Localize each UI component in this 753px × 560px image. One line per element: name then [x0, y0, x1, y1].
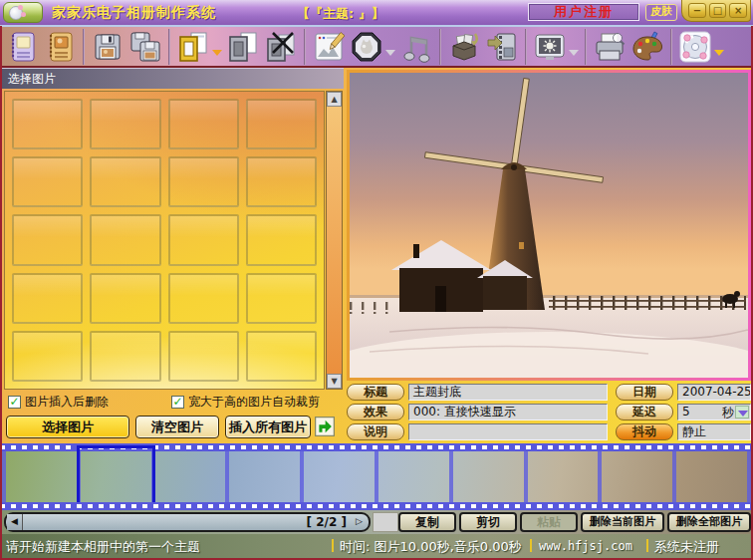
title-field-button[interactable]: 标题	[347, 384, 404, 401]
effect-field-value[interactable]: 000: 直接快速显示	[408, 404, 608, 420]
checkbox-delete-after-insert[interactable]: ✓ 图片插入后删除	[8, 394, 109, 410]
filmstrip-slot[interactable]	[453, 451, 528, 502]
music-icon[interactable]	[399, 30, 433, 64]
delete-all-images-button[interactable]: 删除全部图片	[667, 512, 751, 532]
grid-cell[interactable]	[12, 273, 83, 324]
filmstrip-slot-selected[interactable]	[81, 451, 155, 502]
checkbox-checked-icon[interactable]: ✓	[8, 396, 21, 409]
grid-cell[interactable]	[90, 331, 160, 382]
grid-cell[interactable]	[246, 331, 317, 382]
paste-button[interactable]: 粘贴	[520, 512, 578, 532]
filmstrip-slot[interactable]	[304, 451, 378, 502]
new-theme-icon[interactable]	[176, 30, 210, 64]
maximize-button[interactable]: □	[709, 3, 727, 18]
windmill-photo	[350, 73, 748, 378]
filmstrip-slot[interactable]	[676, 451, 751, 502]
app-window: 家家乐电子相册制作系统 【『主题: 』】 用户注册 皮肤 − □ ×	[0, 0, 753, 560]
new-album-icon[interactable]	[5, 30, 39, 64]
save-copies-icon[interactable]	[128, 30, 162, 64]
date-field-value[interactable]: 2007-04-25	[677, 384, 751, 401]
filmstrip-slot[interactable]	[378, 451, 453, 502]
copy-button[interactable]: 复制	[398, 512, 456, 532]
photo-frame-icon[interactable]	[350, 30, 383, 64]
scroll-left-icon[interactable]: ◀	[7, 514, 23, 530]
photo-frame-dropdown-icon[interactable]	[385, 50, 395, 56]
checkbox-checked-icon[interactable]: ✓	[171, 396, 184, 409]
clear-images-button[interactable]: 清空图片	[135, 416, 219, 438]
select-images-button[interactable]: 选择图片	[6, 416, 129, 438]
user-register-button[interactable]: 用户注册	[528, 3, 639, 21]
description-field-value[interactable]	[408, 423, 608, 440]
filmstrip-slot[interactable]	[528, 451, 603, 502]
grid-cell[interactable]	[12, 156, 83, 207]
window-title: 家家乐电子相册制作系统	[52, 4, 216, 22]
insert-all-images-button[interactable]: 插入所有图片	[225, 416, 311, 438]
scroll-up-icon[interactable]: ▲	[327, 92, 342, 107]
grid-cell[interactable]	[168, 331, 239, 382]
grid-cell[interactable]	[12, 331, 83, 382]
title-field-value[interactable]: 主题封底	[408, 384, 608, 401]
filmstrip-slot[interactable]	[602, 451, 676, 502]
grid-cell[interactable]	[168, 214, 239, 265]
print-preview-icon[interactable]	[593, 30, 627, 64]
close-button[interactable]: ×	[729, 3, 747, 18]
edit-text-icon[interactable]	[312, 30, 346, 64]
delay-field-button[interactable]: 延迟	[616, 404, 673, 420]
insert-shortcut-icon[interactable]	[315, 417, 335, 436]
grid-cell[interactable]	[246, 214, 317, 265]
topic-label: 【『主题: 』】	[297, 5, 384, 23]
open-album-icon[interactable]	[43, 30, 77, 64]
import-images-icon[interactable]	[447, 30, 481, 64]
grid-cell[interactable]	[90, 214, 160, 265]
grid-cell[interactable]	[168, 273, 239, 324]
skin-button[interactable]: 皮肤	[645, 4, 677, 21]
filmstrip-sprocket-bottom	[0, 502, 753, 510]
date-field-button[interactable]: 日期	[616, 384, 673, 401]
scroll-right-icon[interactable]: ▷	[352, 514, 367, 530]
grid-cell[interactable]	[168, 99, 239, 149]
theme-scrollbar[interactable]: ◀ [ 2/2 ] ▷	[4, 512, 371, 532]
grid-cell[interactable]	[168, 156, 239, 207]
copy-theme-icon[interactable]	[226, 30, 260, 64]
import-video-icon[interactable]	[485, 30, 519, 64]
burn-cd-icon[interactable]	[678, 30, 712, 64]
delete-theme-icon[interactable]	[264, 30, 298, 64]
grid-cell[interactable]	[90, 273, 160, 324]
color-palette-icon[interactable]	[630, 30, 664, 64]
grid-cell[interactable]	[12, 214, 83, 265]
toolbar-separator	[670, 29, 672, 65]
checkbox-auto-crop[interactable]: ✓ 宽大于高的图片自动裁剪	[171, 394, 320, 410]
filmstrip-slot[interactable]	[2, 451, 81, 502]
bottom-nav-row: ◀ [ 2/2 ] ▷ 复制 剪切 粘贴 删除当前图片 删除全部图片	[0, 510, 753, 534]
scroll-down-icon[interactable]: ▼	[327, 374, 342, 389]
grid-scrollbar[interactable]: ▲ ▼	[326, 91, 343, 390]
image-grid	[4, 91, 325, 390]
burn-cd-dropdown-icon[interactable]	[714, 50, 724, 56]
shake-field-value[interactable]: 静止	[677, 423, 751, 440]
grid-cell[interactable]	[246, 273, 317, 324]
grid-cell[interactable]	[90, 156, 160, 207]
grid-cell[interactable]	[12, 99, 83, 149]
toolbar-separator	[439, 29, 441, 65]
grid-cell[interactable]	[246, 99, 317, 149]
delete-current-image-button[interactable]: 删除当前图片	[581, 512, 664, 532]
theme-preview-frame[interactable]	[347, 70, 751, 381]
slideshow-icon[interactable]	[533, 30, 567, 64]
new-theme-dropdown-icon[interactable]	[212, 50, 222, 56]
status-message: 请开始新建本相册中的第一个主题	[6, 538, 200, 556]
save-album-icon[interactable]	[91, 30, 125, 64]
effect-field-button[interactable]: 效果	[347, 404, 404, 420]
minimize-button[interactable]: −	[688, 3, 706, 18]
description-field-button[interactable]: 说明	[347, 423, 404, 440]
shake-field-button[interactable]: 抖动	[616, 423, 673, 440]
grid-cell[interactable]	[246, 156, 317, 207]
status-separator	[530, 539, 532, 552]
grid-cell[interactable]	[90, 99, 160, 149]
filmstrip-slot[interactable]	[155, 451, 230, 502]
slideshow-dropdown-icon[interactable]	[569, 50, 579, 56]
filmstrip-slot[interactable]	[229, 451, 304, 502]
delay-dropdown-icon[interactable]	[735, 406, 749, 419]
cut-button[interactable]: 剪切	[459, 512, 517, 532]
delay-field-value[interactable]: 5 秒	[677, 404, 751, 420]
filmstrip-slots	[2, 451, 751, 502]
